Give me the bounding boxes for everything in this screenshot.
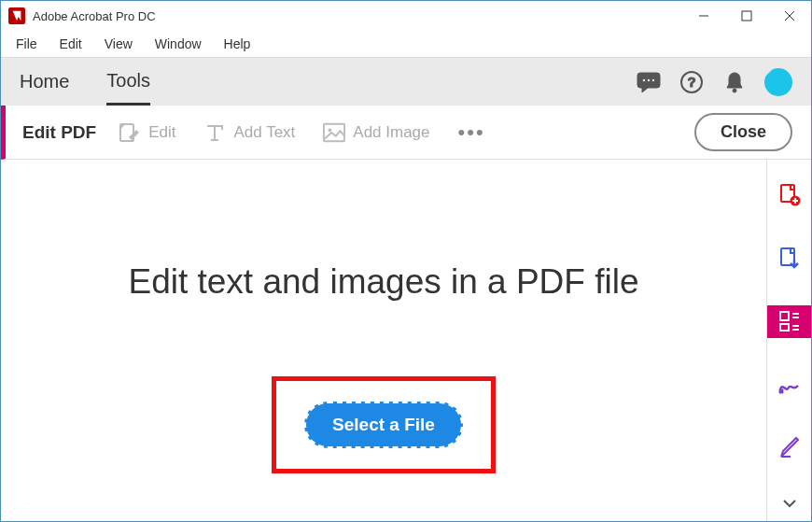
menubar: File Edit View Window Help: [1, 31, 811, 57]
window-maximize-button[interactable]: [725, 1, 768, 31]
main-content: Edit text and images in a PDF file Selec…: [1, 160, 766, 521]
menu-file[interactable]: File: [5, 33, 49, 55]
svg-rect-1: [742, 11, 751, 21]
nav-tab-tools[interactable]: Tools: [106, 59, 150, 106]
toolbar-more-button[interactable]: •••: [458, 120, 485, 145]
add-text-button[interactable]: Add Text: [203, 121, 295, 144]
window-close-button[interactable]: [768, 1, 811, 31]
toolbar-title: Edit PDF: [22, 122, 96, 143]
svg-point-6: [642, 78, 646, 82]
menu-view[interactable]: View: [93, 33, 144, 55]
sidebar-item-comment[interactable]: [767, 431, 812, 465]
svg-text:?: ?: [687, 74, 695, 90]
sidebar-item-export-pdf[interactable]: [767, 242, 812, 275]
window-titlebar: Adobe Acrobat Pro DC: [1, 1, 811, 31]
menu-window[interactable]: Window: [144, 33, 213, 55]
menu-help[interactable]: Help: [213, 33, 262, 55]
select-file-button[interactable]: Select a File: [304, 402, 463, 448]
help-icon[interactable]: ?: [679, 69, 705, 95]
annotation-highlight: Select a File: [272, 376, 496, 473]
right-sidebar: [766, 160, 811, 521]
svg-point-8: [651, 78, 655, 82]
menu-edit[interactable]: Edit: [49, 33, 93, 55]
svg-point-7: [647, 78, 651, 82]
close-button[interactable]: Close: [694, 113, 792, 151]
svg-rect-19: [781, 248, 794, 265]
add-image-button[interactable]: Add Image: [323, 121, 429, 144]
svg-point-11: [733, 89, 736, 92]
sidebar-item-sign[interactable]: [767, 368, 812, 402]
add-text-icon: [203, 121, 226, 144]
window-minimize-button[interactable]: [682, 1, 725, 31]
add-image-icon: [323, 121, 345, 144]
navbar: Home Tools ?: [1, 57, 811, 106]
nav-tab-home[interactable]: Home: [20, 60, 69, 104]
add-text-label: Add Text: [233, 123, 295, 142]
svg-rect-21: [780, 324, 789, 331]
sidebar-item-create-pdf[interactable]: [767, 178, 812, 212]
sidebar-expand-button[interactable]: [782, 495, 797, 512]
edit-button[interactable]: Edit: [119, 121, 175, 144]
edit-pdf-toolbar: Edit PDF Edit Add Text Add Image ••• Clo…: [1, 106, 811, 160]
svg-point-14: [329, 128, 332, 132]
messages-icon[interactable]: [636, 69, 662, 95]
app-icon: [8, 7, 25, 24]
edit-icon: [119, 121, 141, 144]
sidebar-item-edit-pdf[interactable]: [767, 305, 812, 339]
svg-rect-20: [780, 312, 789, 320]
notifications-icon[interactable]: [721, 69, 748, 95]
add-image-label: Add Image: [353, 123, 429, 142]
page-headline: Edit text and images in a PDF file: [128, 262, 638, 302]
svg-marker-5: [642, 88, 648, 92]
window-title: Adobe Acrobat Pro DC: [33, 9, 682, 23]
edit-label: Edit: [148, 123, 175, 142]
user-avatar[interactable]: [764, 68, 792, 96]
